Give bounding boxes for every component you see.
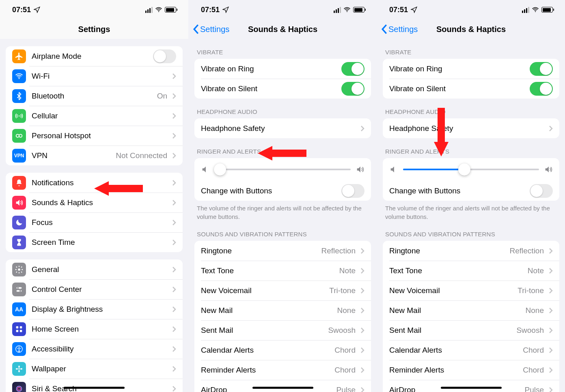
moon-icon — [12, 216, 26, 229]
vibrate-ring-toggle[interactable] — [341, 62, 364, 76]
row-vibrate-ring[interactable]: Vibrate on Ring — [383, 59, 559, 79]
row-screen-time[interactable]: Screen Time — [6, 232, 183, 252]
row-calendar[interactable]: Calendar AlertsChord — [383, 340, 559, 360]
home-indicator — [64, 387, 125, 389]
vibrate-silent-toggle[interactable] — [341, 82, 364, 96]
row-detail: Reflection — [321, 246, 356, 255]
row-airdrop[interactable]: AirDropPulse — [383, 380, 559, 392]
row-voicemail[interactable]: New VoicemailTri-tone — [383, 281, 559, 300]
row-hotspot[interactable]: Personal Hotspot — [6, 126, 183, 146]
chevron-icon — [549, 327, 553, 334]
row-sounds-haptics[interactable]: Sounds & Haptics — [6, 193, 183, 212]
row-ringtone[interactable]: RingtoneReflection — [383, 241, 559, 261]
back-button[interactable]: Settings — [193, 24, 229, 34]
row-ringtone[interactable]: RingtoneReflection — [194, 241, 371, 261]
row-label: Vibrate on Silent — [201, 84, 341, 93]
location-icon — [410, 6, 418, 13]
svg-point-23 — [347, 11, 347, 12]
row-general[interactable]: General — [6, 259, 183, 279]
row-display[interactable]: AA Display & Brightness — [6, 299, 183, 319]
row-focus[interactable]: Focus — [6, 212, 183, 232]
row-label: Reminder Alerts — [389, 366, 523, 375]
row-reminder[interactable]: Reminder AlertsChord — [194, 360, 371, 380]
row-new-mail[interactable]: New MailNone — [383, 300, 559, 320]
row-detail: Not Connected — [116, 151, 167, 160]
vibrate-ring-toggle[interactable] — [530, 62, 553, 76]
row-cellular[interactable]: Cellular — [6, 106, 183, 126]
row-headphone-safety[interactable]: Headphone Safety — [194, 118, 371, 138]
row-label: Notifications — [32, 178, 169, 187]
slider-fill — [403, 169, 464, 170]
vibrate-silent-toggle[interactable] — [530, 82, 553, 96]
row-text-tone[interactable]: Text ToneNote — [194, 261, 371, 281]
section-header-headphone: HEADPHONE AUDIO — [377, 99, 565, 118]
row-reminder[interactable]: Reminder AlertsChord — [383, 360, 559, 380]
row-sent-mail[interactable]: Sent MailSwoosh — [383, 320, 559, 340]
row-accessibility[interactable]: Accessibility — [6, 339, 183, 359]
gear-icon — [12, 263, 26, 276]
section-header-vibrate: VIBRATE — [189, 39, 377, 59]
back-button[interactable]: Settings — [381, 24, 418, 34]
battery-icon — [165, 7, 176, 13]
row-vibrate-silent[interactable]: Vibrate on Silent — [194, 79, 371, 99]
row-label: Personal Hotspot — [32, 131, 169, 140]
row-bluetooth[interactable]: Bluetooth On — [6, 86, 183, 106]
row-voicemail[interactable]: New VoicemailTri-tone — [194, 281, 371, 300]
cellular-icon — [12, 109, 26, 123]
row-label: Wallpaper — [32, 364, 169, 373]
row-change-buttons[interactable]: Change with Buttons — [383, 181, 559, 201]
row-wallpaper[interactable]: Wallpaper — [6, 359, 183, 379]
svg-point-4 — [19, 134, 22, 137]
ringer-volume-slider[interactable] — [383, 158, 559, 181]
svg-point-24 — [535, 11, 536, 12]
row-airdrop[interactable]: AirDropPulse — [194, 380, 371, 392]
row-airplane-mode[interactable]: Airplane Mode — [6, 46, 183, 66]
row-label: Screen Time — [32, 238, 169, 247]
nav-header: Settings Sounds & Haptics — [377, 19, 565, 39]
bell-icon — [12, 176, 26, 190]
home-indicator — [441, 387, 502, 389]
chevron-icon — [172, 386, 176, 392]
slider-track[interactable] — [403, 169, 539, 170]
siri-icon — [12, 382, 26, 392]
wifi-icon — [343, 6, 351, 13]
row-label: Vibrate on Silent — [389, 84, 530, 93]
chevron-icon — [360, 307, 364, 314]
slider-thumb[interactable] — [458, 163, 470, 176]
row-wifi[interactable]: Wi-Fi — [6, 66, 183, 86]
airplane-toggle[interactable] — [153, 49, 176, 63]
bluetooth-icon — [12, 89, 26, 103]
row-vibrate-ring[interactable]: Vibrate on Ring — [194, 59, 371, 79]
slider-thumb[interactable] — [214, 163, 226, 176]
ringer-volume-slider[interactable] — [194, 158, 371, 181]
row-vibrate-silent[interactable]: Vibrate on Silent — [383, 79, 559, 99]
row-label: Vibrate on Ring — [389, 64, 530, 73]
row-control-center[interactable]: Control Center — [6, 279, 183, 299]
chevron-icon — [172, 306, 176, 313]
status-time: 07:51 — [12, 6, 31, 14]
sounds-screen-low: 07:51 Settings Sounds & Haptics VIBRATE … — [188, 0, 377, 392]
row-sent-mail[interactable]: Sent MailSwoosh — [194, 320, 371, 340]
row-home-screen[interactable]: Home Screen — [6, 319, 183, 339]
row-detail: Tri-tone — [329, 286, 356, 295]
row-siri[interactable]: Siri & Search — [6, 379, 183, 392]
row-new-mail[interactable]: New MailNone — [194, 300, 371, 320]
change-buttons-toggle[interactable] — [341, 184, 364, 198]
row-detail: Chord — [334, 366, 356, 375]
row-text-tone[interactable]: Text ToneNote — [383, 261, 559, 281]
change-buttons-toggle[interactable] — [530, 184, 553, 198]
row-change-buttons[interactable]: Change with Buttons — [194, 181, 371, 201]
row-label: Sent Mail — [201, 326, 328, 335]
cellular-signal-icon — [334, 7, 341, 13]
chevron-icon — [549, 307, 553, 314]
svg-point-16 — [18, 368, 20, 370]
row-vpn[interactable]: VPN VPN Not Connected — [6, 146, 183, 165]
row-headphone-safety[interactable]: Headphone Safety — [383, 118, 559, 138]
row-notifications[interactable]: Notifications — [6, 173, 183, 193]
cellular-signal-icon — [522, 7, 529, 13]
chevron-icon — [172, 266, 176, 273]
hotspot-icon — [12, 129, 26, 143]
slider-track[interactable] — [215, 169, 351, 170]
row-calendar[interactable]: Calendar AlertsChord — [194, 340, 371, 360]
chevron-icon — [549, 367, 553, 373]
